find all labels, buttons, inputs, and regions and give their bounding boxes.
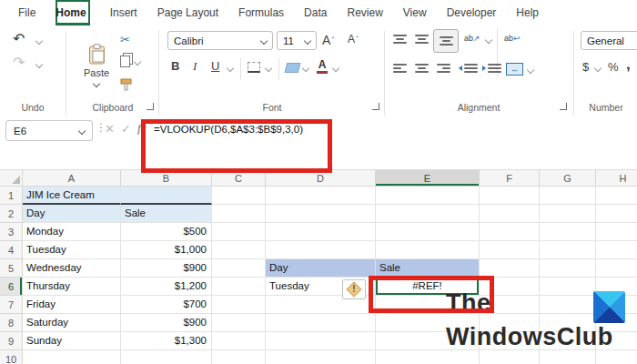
middle-align-button[interactable] bbox=[415, 35, 429, 44]
insert-function-icon[interactable]: fx bbox=[137, 121, 147, 136]
cell-B7[interactable]: $700 bbox=[121, 296, 212, 314]
cell-G2[interactable] bbox=[540, 205, 596, 223]
cell-B2[interactable]: Sale bbox=[121, 205, 212, 223]
font-color-button[interactable]: A bbox=[317, 59, 328, 74]
cell-F5[interactable] bbox=[480, 259, 540, 278]
cell-F3[interactable] bbox=[480, 223, 540, 241]
cell-A3[interactable]: Monday bbox=[23, 223, 121, 241]
borders-chevron-icon[interactable] bbox=[265, 65, 272, 72]
merge-center-chevron-icon[interactable] bbox=[527, 66, 534, 74]
comma-style-button[interactable]: , bbox=[626, 56, 631, 74]
cell-G1[interactable] bbox=[540, 187, 596, 205]
undo-icon[interactable]: ↶ bbox=[13, 30, 25, 47]
cell-G5[interactable] bbox=[540, 259, 596, 278]
row-header-10[interactable]: 10 bbox=[0, 350, 23, 364]
cell-D1[interactable] bbox=[266, 187, 376, 205]
row-header-3[interactable]: 3 bbox=[0, 223, 23, 241]
cell-C1[interactable] bbox=[212, 187, 266, 205]
cell-B9[interactable]: $1,300 bbox=[121, 332, 212, 350]
cell-E4[interactable] bbox=[376, 241, 480, 259]
cell-A10[interactable] bbox=[23, 350, 121, 364]
top-align-button[interactable] bbox=[393, 35, 407, 44]
cell-D8[interactable] bbox=[266, 314, 376, 332]
cell-H5[interactable] bbox=[596, 259, 637, 278]
cell-B4[interactable]: $1,000 bbox=[121, 241, 212, 259]
cell-C8[interactable] bbox=[212, 314, 266, 332]
cell-B5[interactable]: $900 bbox=[121, 259, 212, 278]
cell-D2[interactable] bbox=[266, 205, 376, 223]
align-right-button[interactable] bbox=[437, 64, 450, 73]
merge-center-button[interactable]: ↔ bbox=[506, 63, 523, 76]
row-header-2[interactable]: 2 bbox=[0, 205, 23, 223]
row-header-1[interactable]: 1 bbox=[0, 187, 23, 205]
cell-B10[interactable] bbox=[121, 350, 212, 364]
cell-G3[interactable] bbox=[540, 223, 596, 241]
tab-formulas[interactable]: Formulas bbox=[238, 0, 284, 25]
cell-B1[interactable] bbox=[121, 187, 212, 205]
cell-H3[interactable] bbox=[596, 223, 637, 241]
cell-C4[interactable] bbox=[212, 241, 266, 259]
cell-H4[interactable] bbox=[596, 241, 637, 259]
clipboard-dialog-launcher-icon[interactable] bbox=[147, 103, 154, 110]
cell-A8[interactable]: Saturday bbox=[23, 314, 121, 332]
fill-color-button[interactable] bbox=[286, 63, 299, 73]
orientation-chevron-icon[interactable] bbox=[485, 36, 492, 44]
cell-C3[interactable] bbox=[212, 223, 266, 241]
underline-button[interactable]: U bbox=[211, 59, 219, 73]
cell-C5[interactable] bbox=[212, 259, 266, 278]
cell-G4[interactable] bbox=[540, 241, 596, 259]
cancel-icon[interactable]: ✕ bbox=[105, 122, 115, 136]
cell-D4[interactable] bbox=[266, 241, 376, 259]
tab-home[interactable]: Home bbox=[56, 0, 89, 25]
column-header-F[interactable]: F bbox=[480, 169, 540, 187]
cell-F4[interactable] bbox=[480, 241, 540, 259]
cell-C2[interactable] bbox=[212, 205, 266, 223]
increase-indent-button[interactable] bbox=[482, 64, 501, 73]
undo-chevron-icon[interactable] bbox=[35, 37, 43, 45]
formula-input[interactable]: =VLOOKUP(D6,$A$3:$B$9,3,0) bbox=[154, 124, 303, 135]
tab-insert[interactable]: Insert bbox=[110, 0, 137, 25]
column-header-C[interactable]: C bbox=[212, 169, 266, 187]
cell-E3[interactable] bbox=[376, 223, 480, 241]
cell-A2[interactable]: Day bbox=[23, 205, 121, 223]
cell-H2[interactable] bbox=[596, 205, 637, 223]
cell-A1[interactable]: JIM Ice Cream bbox=[23, 187, 121, 205]
cell-D3[interactable] bbox=[266, 223, 376, 241]
cell-B6[interactable]: $1,200 bbox=[121, 278, 212, 296]
currency-button[interactable]: $ bbox=[582, 60, 589, 74]
cell-C9[interactable] bbox=[212, 332, 266, 350]
row-header-7[interactable]: 7 bbox=[0, 296, 23, 314]
tab-review[interactable]: Review bbox=[347, 0, 382, 25]
cell-D10[interactable] bbox=[266, 350, 376, 364]
cell-E2[interactable] bbox=[376, 205, 480, 223]
cell-B8[interactable]: $900 bbox=[121, 314, 212, 332]
fill-color-chevron-icon[interactable] bbox=[302, 65, 309, 72]
select-all-corner[interactable] bbox=[0, 169, 23, 187]
cell-F2[interactable] bbox=[480, 205, 540, 223]
percent-button[interactable]: % bbox=[608, 60, 619, 74]
column-header-D[interactable]: D bbox=[266, 169, 376, 187]
column-header-H[interactable]: H bbox=[596, 169, 637, 187]
borders-button[interactable] bbox=[248, 62, 260, 73]
cut-icon[interactable]: ✂ bbox=[120, 33, 130, 46]
format-painter-button[interactable] bbox=[120, 78, 132, 91]
tab-developer[interactable]: Developer bbox=[447, 0, 497, 25]
tab-data[interactable]: Data bbox=[304, 0, 327, 25]
cell-C6[interactable] bbox=[212, 278, 266, 296]
font-size-combo[interactable]: 11 bbox=[277, 31, 317, 50]
column-header-B[interactable]: B bbox=[121, 169, 212, 187]
column-header-E[interactable]: E bbox=[376, 169, 480, 187]
alignment-dialog-launcher-icon[interactable] bbox=[560, 103, 567, 110]
decrease-indent-button[interactable] bbox=[459, 64, 478, 73]
cell-C7[interactable] bbox=[212, 296, 266, 314]
row-header-8[interactable]: 8 bbox=[0, 314, 23, 332]
align-center-button[interactable] bbox=[415, 64, 429, 73]
cell-E5[interactable]: Sale bbox=[376, 259, 480, 278]
grow-font-button[interactable]: Aˆ bbox=[322, 33, 334, 47]
cell-D9[interactable] bbox=[266, 332, 376, 350]
error-checking-button[interactable]: ! bbox=[342, 279, 366, 299]
column-header-G[interactable]: G bbox=[540, 169, 596, 187]
currency-chevron-icon[interactable] bbox=[594, 65, 602, 72]
cell-A6[interactable]: Thursday bbox=[23, 278, 121, 296]
column-header-A[interactable]: A bbox=[23, 169, 121, 187]
